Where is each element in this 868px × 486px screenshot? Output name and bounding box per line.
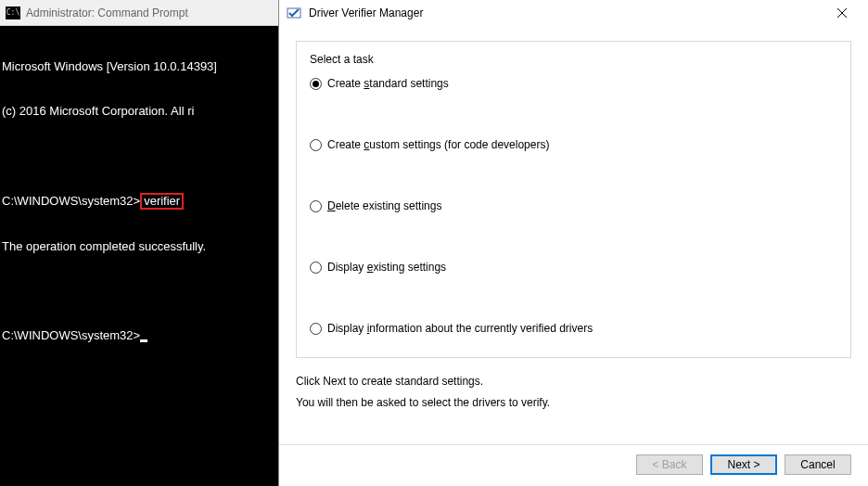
instruction-line: You will then be asked to select the dri… — [296, 392, 851, 414]
cmd-output-line — [2, 284, 276, 299]
next-button[interactable]: Next > — [710, 454, 777, 475]
radio-label: Delete existing settings — [327, 199, 441, 212]
cmd-output-line: The operation completed successfully. — [2, 239, 276, 254]
cmd-titlebar[interactable]: C:\ Administrator: Command Prompt — [0, 0, 278, 26]
cmd-output-line — [2, 148, 276, 163]
cmd-title: Administrator: Command Prompt — [26, 6, 188, 19]
instruction-text: Click Next to create standard settings. … — [296, 371, 851, 414]
cmd-cursor — [140, 339, 147, 342]
radio-display-info[interactable]: Display information about the currently … — [310, 322, 837, 335]
cmd-prompt-line: C:\WINDOWS\system32> — [2, 328, 276, 343]
radio-display-existing[interactable]: Display existing settings — [310, 261, 837, 274]
radio-icon — [310, 262, 322, 274]
radio-label: Display information about the currently … — [327, 322, 593, 335]
cmd-body[interactable]: Microsoft Windows [Version 10.0.14393] (… — [0, 26, 278, 377]
cmd-prompt-line: C:\WINDOWS\system32>verifier — [2, 193, 276, 210]
dialog-title: Driver Verifier Manager — [309, 6, 823, 19]
dialog-footer: < Back Next > Cancel — [279, 444, 868, 486]
cmd-prompt-prefix: C:\WINDOWS\system32> — [2, 328, 140, 342]
back-button: < Back — [636, 454, 703, 475]
close-button[interactable] — [823, 0, 861, 26]
cmd-icon: C:\ — [6, 6, 20, 19]
highlighted-command: verifier — [140, 193, 184, 210]
radio-create-standard[interactable]: Create standard settings — [310, 77, 837, 90]
radio-icon — [310, 323, 322, 335]
radio-label: Create standard settings — [327, 77, 449, 90]
radio-label: Create custom settings (for code develop… — [327, 138, 549, 151]
radio-icon — [310, 200, 322, 212]
cmd-output-line: (c) 2016 Microsoft Corporation. All ri — [2, 104, 276, 119]
cmd-prompt-prefix: C:\WINDOWS\system32> — [2, 194, 140, 208]
cmd-output-line: Microsoft Windows [Version 10.0.14393] — [2, 59, 276, 74]
radio-label: Display existing settings — [327, 261, 446, 274]
task-fieldset: Select a task Create standard settings C… — [296, 41, 851, 358]
radio-delete-existing[interactable]: Delete existing settings — [310, 199, 837, 212]
radio-icon — [310, 78, 322, 90]
cmd-window: C:\ Administrator: Command Prompt Micros… — [0, 0, 278, 486]
dialog-titlebar[interactable]: Driver Verifier Manager — [279, 0, 868, 26]
instruction-line: Click Next to create standard settings. — [296, 371, 851, 392]
driver-verifier-dialog: Driver Verifier Manager Select a task Cr… — [278, 0, 868, 486]
radio-icon — [310, 139, 322, 151]
radio-create-custom[interactable]: Create custom settings (for code develop… — [310, 138, 837, 151]
cancel-button[interactable]: Cancel — [785, 454, 851, 475]
dialog-body: Select a task Create standard settings C… — [279, 41, 868, 414]
verifier-icon — [287, 6, 301, 20]
task-label: Select a task — [310, 53, 837, 66]
